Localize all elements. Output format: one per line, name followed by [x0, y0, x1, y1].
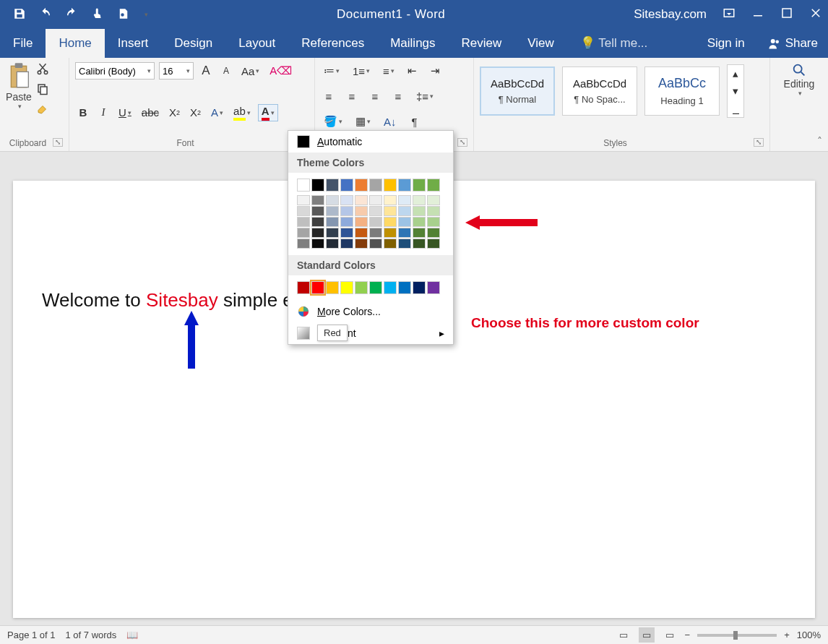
color-swatch[interactable] [427, 228, 440, 238]
color-swatch[interactable] [413, 195, 426, 205]
close-icon[interactable] [809, 7, 822, 23]
color-swatch[interactable] [326, 206, 339, 216]
color-swatch[interactable] [311, 239, 324, 249]
spellcheck-icon[interactable]: 📖 [126, 630, 138, 640]
style-no-spacing[interactable]: AaBbCcDd ¶ No Spac... [562, 66, 637, 116]
tell-me-search[interactable]: 💡 Tell me... [567, 28, 660, 58]
color-swatch[interactable] [355, 179, 368, 192]
zoom-out-button[interactable]: − [685, 630, 691, 640]
tab-mailings[interactable]: Mailings [377, 29, 448, 58]
color-swatch[interactable] [355, 228, 368, 238]
show-hide-button[interactable]: ¶ [407, 113, 423, 130]
color-swatch[interactable] [326, 217, 339, 227]
color-swatch[interactable] [398, 217, 411, 227]
color-swatch[interactable] [355, 195, 368, 205]
font-name-combo[interactable]: Calibri (Body)▾ [75, 62, 155, 80]
line-spacing-button[interactable]: ‡≡▾ [413, 87, 436, 105]
cut-icon[interactable] [36, 62, 49, 78]
print-preview-icon[interactable] [117, 7, 130, 22]
color-swatch[interactable] [427, 281, 440, 294]
styles-dialog-launcher[interactable]: ⤡ [754, 138, 764, 147]
color-swatch[interactable] [297, 179, 310, 192]
color-swatch[interactable] [427, 239, 440, 249]
color-swatch[interactable] [384, 281, 397, 294]
ribbon-options-icon[interactable] [723, 7, 736, 23]
tab-references[interactable]: References [288, 29, 377, 58]
clipboard-dialog-launcher[interactable]: ⤡ [53, 138, 63, 147]
touch-mode-icon[interactable] [91, 7, 104, 22]
color-swatch[interactable] [369, 217, 382, 227]
color-swatch[interactable] [413, 217, 426, 227]
color-swatch[interactable] [384, 239, 397, 249]
color-swatch[interactable] [297, 206, 310, 216]
color-swatch[interactable] [413, 179, 426, 192]
clear-formatting-button[interactable]: A⌫ [267, 62, 295, 80]
color-swatch[interactable] [413, 228, 426, 238]
color-swatch[interactable] [427, 217, 440, 227]
color-swatch[interactable] [297, 239, 310, 249]
color-swatch[interactable] [384, 179, 397, 192]
color-swatch[interactable] [326, 239, 339, 249]
shading-button[interactable]: 🪣▾ [321, 113, 345, 130]
highlight-button[interactable]: ab▾ [230, 104, 254, 121]
sort-button[interactable]: A↓ [381, 113, 400, 130]
undo-icon[interactable] [39, 7, 52, 22]
more-colors-item[interactable]: More Colors... [288, 301, 453, 322]
shrink-font-button[interactable]: A [218, 62, 234, 80]
zoom-level[interactable]: 100% [797, 630, 821, 640]
color-swatch[interactable] [369, 206, 382, 216]
save-icon[interactable] [13, 7, 26, 22]
color-swatch[interactable] [398, 281, 411, 294]
color-swatch[interactable] [340, 206, 353, 216]
color-swatch[interactable] [398, 239, 411, 249]
styles-expand[interactable]: ⎯ [728, 100, 743, 117]
font-size-combo[interactable]: 16▾ [159, 62, 194, 80]
color-swatch[interactable] [326, 228, 339, 238]
font-color-button[interactable]: A▾ [258, 104, 278, 121]
color-swatch[interactable] [311, 217, 324, 227]
zoom-slider[interactable] [697, 634, 777, 637]
maximize-icon[interactable] [780, 7, 793, 23]
color-swatch[interactable] [326, 281, 339, 294]
page-number-status[interactable]: Page 1 of 1 [7, 630, 56, 640]
color-swatch[interactable] [413, 281, 426, 294]
color-swatch[interactable] [297, 228, 310, 238]
color-swatch[interactable] [355, 206, 368, 216]
text-effects-button[interactable]: A▾ [208, 104, 226, 121]
editing-button[interactable]: Editing ▾ [776, 62, 822, 97]
grow-font-button[interactable]: A [198, 62, 214, 80]
color-swatch[interactable] [340, 217, 353, 227]
color-swatch[interactable] [326, 195, 339, 205]
styles-scroll-up[interactable]: ▴ [728, 65, 743, 82]
redo-icon[interactable] [65, 7, 78, 22]
tab-home[interactable]: Home [46, 29, 104, 58]
format-painter-icon[interactable] [36, 103, 49, 119]
increase-indent-button[interactable]: ⇥ [428, 62, 444, 80]
style-heading1[interactable]: AaBbCc Heading 1 [644, 66, 720, 116]
color-swatch[interactable] [340, 228, 353, 238]
align-left-button[interactable]: ≡ [321, 87, 337, 105]
subscript-button[interactable]: X2 [166, 104, 183, 121]
web-layout-view[interactable]: ▭ [662, 627, 678, 643]
color-swatch[interactable] [427, 206, 440, 216]
justify-button[interactable]: ≡ [390, 87, 406, 105]
bold-button[interactable]: B [75, 104, 91, 121]
decrease-indent-button[interactable]: ⇤ [405, 62, 421, 80]
color-swatch[interactable] [355, 217, 368, 227]
tab-review[interactable]: Review [449, 29, 515, 58]
bullets-button[interactable]: ≔▾ [321, 62, 342, 80]
color-swatch[interactable] [326, 179, 339, 192]
color-swatch[interactable] [355, 239, 368, 249]
color-swatch[interactable] [384, 228, 397, 238]
share-button[interactable]: Share [758, 29, 828, 58]
paste-button[interactable]: Paste ▾ [6, 62, 32, 119]
zoom-in-button[interactable]: + [784, 630, 790, 640]
color-swatch[interactable] [413, 206, 426, 216]
print-layout-view[interactable]: ▭ [639, 627, 655, 643]
minimize-icon[interactable] [751, 7, 764, 23]
copy-icon[interactable] [36, 82, 49, 98]
color-swatch[interactable] [340, 195, 353, 205]
color-swatch[interactable] [413, 239, 426, 249]
read-mode-view[interactable]: ▭ [616, 627, 631, 643]
color-swatch[interactable] [355, 281, 368, 294]
